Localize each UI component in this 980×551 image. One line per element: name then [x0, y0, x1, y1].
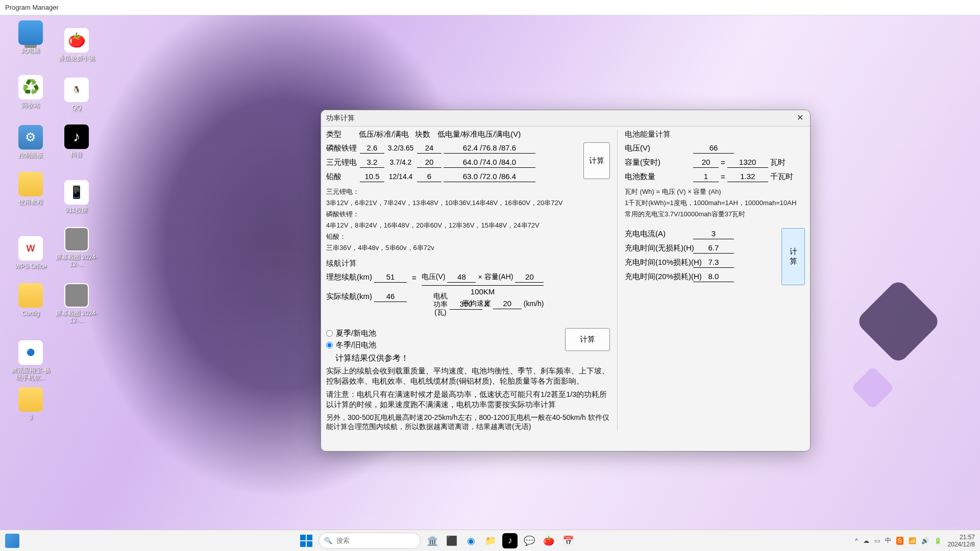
- window-title: Program Manager: [5, 4, 59, 11]
- lead-blocks[interactable]: [417, 171, 442, 182]
- lead-low[interactable]: [360, 171, 384, 182]
- e-volt-label: 电压(V): [625, 143, 691, 153]
- actual-input[interactable]: [374, 291, 407, 302]
- desktop-icon-qq[interactable]: 🐧QQ: [54, 78, 100, 122]
- desktop-icons: 此电脑🍅番茄免费小说♻️回收站🐧QQ⚙控制面板♪抖音使用教程📱911投屏WWPS…: [8, 20, 110, 434]
- desktop-icon-control[interactable]: ⚙控制面板: [8, 125, 54, 170]
- e-note2: 1千瓦时(kWh)=1度电，1000mah=1AH，10000mah=10AH: [625, 198, 805, 208]
- desktop-icon-screenshot[interactable]: 屏幕截图 2024-12-...: [54, 283, 100, 328]
- desktop-icon-wps[interactable]: WWPS Office: [8, 236, 54, 281]
- radio-summer[interactable]: [326, 330, 333, 337]
- e-count-input[interactable]: [693, 171, 719, 182]
- tb-novel-icon[interactable]: 🍅: [541, 533, 556, 548]
- tray-volume-icon[interactable]: 🔊: [921, 537, 929, 544]
- search-box[interactable]: 🔍: [318, 533, 421, 549]
- system-tray[interactable]: ^ ☁ ▭ 中 S 📶 🔊 🔋: [855, 536, 942, 545]
- warn2: 请注意：电机只有在满速时候才是最高功率，低速状态可能只有1/2甚至1/3的功耗所…: [326, 389, 610, 410]
- speed-input[interactable]: [493, 298, 522, 309]
- clock-date: 2024/12/8: [948, 541, 975, 548]
- lead-result[interactable]: [444, 171, 535, 182]
- range-calc-button[interactable]: 计算: [565, 328, 610, 351]
- tb-wechat-icon[interactable]: 💬: [522, 533, 537, 548]
- desktop-icon-folder[interactable]: Config: [8, 283, 54, 328]
- tray-cloud-icon[interactable]: ☁: [863, 537, 869, 544]
- lifepo4-low[interactable]: [360, 142, 384, 154]
- actual-label: 实际续航(km): [326, 292, 372, 302]
- start-button[interactable]: [298, 533, 314, 549]
- close-icon[interactable]: ✕: [795, 113, 805, 123]
- x-sign: X: [484, 300, 489, 308]
- radio-winter[interactable]: [326, 342, 333, 348]
- tb-taskview-icon[interactable]: ⬛: [444, 533, 459, 548]
- tb-edge-icon[interactable]: ◉: [463, 533, 479, 548]
- note-nmc-title: 三元锂电：: [326, 187, 610, 196]
- taskbar-clock[interactable]: 21:57 2024/12/8: [948, 534, 975, 548]
- wh-unit: 瓦时: [770, 158, 786, 167]
- hdr-type: 类型: [326, 130, 357, 139]
- wallpaper-heart-small: [851, 366, 895, 410]
- wallpaper-heart: [855, 278, 942, 365]
- tray-sogou-icon[interactable]: S: [896, 537, 903, 545]
- desktop-icon-tiktok[interactable]: ♪抖音: [54, 124, 100, 169]
- tray-ime-icon[interactable]: 中: [885, 536, 891, 545]
- desktop: 此电脑🍅番茄免费小说♻️回收站🐧QQ⚙控制面板♪抖音使用教程📱911投屏WWPS…: [0, 15, 980, 531]
- desktop-icon-folder[interactable]: 3: [8, 387, 54, 432]
- t10-output[interactable]: [693, 257, 734, 268]
- nmc-blocks[interactable]: [417, 157, 442, 168]
- note-lead-title: 铅酸：: [326, 232, 610, 241]
- radio-winter-label: 冬季/旧电池: [336, 340, 376, 350]
- tray-control-icon[interactable]: ▭: [874, 537, 880, 544]
- t20-output[interactable]: [693, 271, 734, 282]
- lbl-lifepo4: 磷酸铁锂: [326, 143, 358, 153]
- eq2: =: [721, 172, 725, 181]
- tray-wifi-icon[interactable]: 📶: [909, 537, 916, 544]
- hdr-lsf: 低电量/标准电压/满电(V): [437, 130, 521, 139]
- energy-title: 电池能量计算: [625, 130, 805, 139]
- ideal-input[interactable]: [374, 271, 407, 283]
- tray-chevron-icon[interactable]: ^: [855, 537, 858, 544]
- app-titlebar[interactable]: 功率计算 ✕: [321, 110, 810, 127]
- e-count-label: 电池数量: [625, 172, 691, 182]
- eq-sign: =: [412, 273, 416, 282]
- desktop-icon-screenshot[interactable]: 屏幕截图 2024-12-...: [54, 227, 100, 272]
- taskbar-left-app[interactable]: [5, 534, 19, 548]
- energy-calc-button[interactable]: 计算: [781, 228, 805, 285]
- t0-output[interactable]: [693, 242, 734, 254]
- e-wh-output[interactable]: [727, 157, 768, 168]
- left-panel: 类型 低压/标准/满电 块数 低电量/标准电压/满电(V) 磷酸铁锂 3.2/3…: [326, 130, 617, 431]
- tb-app-icon[interactable]: 🏛️: [425, 533, 440, 548]
- eq: =: [721, 158, 725, 167]
- desktop-icon-911[interactable]: 📱911投屏: [54, 180, 100, 225]
- tb-calendar-icon[interactable]: 📅: [560, 533, 576, 548]
- range-title: 续航计算: [326, 259, 610, 268]
- cap-input[interactable]: [515, 271, 544, 283]
- volt-input[interactable]: [447, 271, 476, 283]
- e-note3: 常用的充电宝3.7V/10000mah容量37瓦时: [625, 210, 805, 219]
- power-calc-button[interactable]: 计算: [583, 142, 610, 179]
- tb-tiktok-icon[interactable]: ♪: [502, 533, 518, 548]
- desktop-icon-novel[interactable]: 🍅番茄免费小说: [54, 28, 100, 73]
- tb-explorer-icon[interactable]: 📁: [483, 533, 498, 548]
- desktop-icon-360[interactable]: 🔵腾讯应用宝-畅玩手机软...: [8, 340, 54, 385]
- search-input[interactable]: [336, 537, 422, 544]
- radio-summer-label: 夏季/新电池: [336, 329, 376, 338]
- desktop-icon-computer[interactable]: 此电脑: [8, 20, 54, 65]
- cap-label: 容量(AH): [484, 272, 513, 282]
- app-title: 功率计算: [326, 114, 355, 123]
- tray-battery-icon[interactable]: 🔋: [934, 537, 942, 544]
- e-volt-input[interactable]: [693, 142, 734, 154]
- lifepo4-blocks[interactable]: [417, 142, 442, 154]
- desktop-icon-folder[interactable]: 使用教程: [8, 172, 54, 217]
- motor-input[interactable]: [450, 298, 482, 310]
- e-kwh-output[interactable]: [727, 171, 768, 182]
- nmc-low[interactable]: [360, 157, 384, 168]
- nmc-std: 3.7/4.2: [386, 158, 415, 166]
- result-note: 计算结果仅供参考！: [335, 353, 610, 364]
- desktop-icon-recycle[interactable]: ♻️回收站: [8, 75, 54, 120]
- lifepo4-result[interactable]: [444, 142, 535, 154]
- hdr-lowstd: 低压/标准/满电: [359, 130, 408, 139]
- hdr-blocks: 块数: [410, 130, 435, 139]
- cur-input[interactable]: [693, 228, 734, 239]
- e-cap-input[interactable]: [693, 157, 719, 168]
- nmc-result[interactable]: [444, 157, 535, 168]
